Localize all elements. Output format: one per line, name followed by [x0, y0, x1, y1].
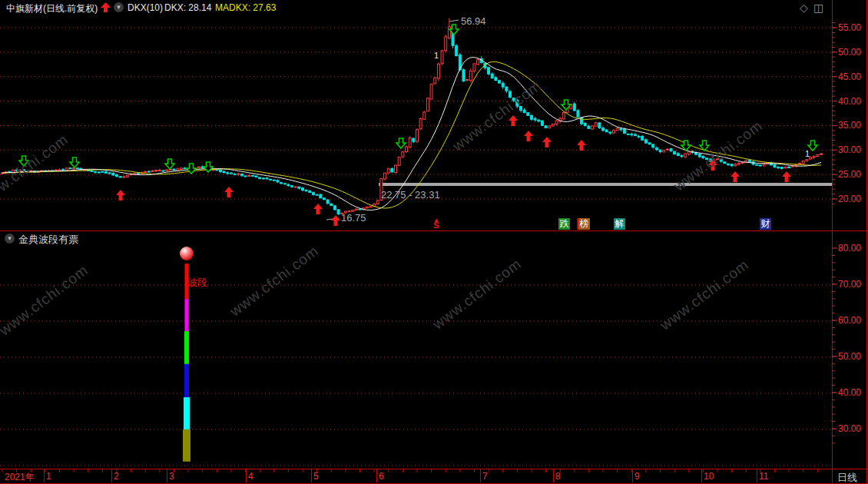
- event-badge[interactable]: 跌: [558, 218, 570, 230]
- period-label[interactable]: 日线: [837, 471, 857, 484]
- sell-arrow-icon: [204, 162, 213, 172]
- sell-arrow-icon: [70, 157, 79, 167]
- buy-arrow-icon: [577, 140, 586, 151]
- month-label[interactable]: 1: [46, 471, 51, 482]
- dkx-value: DKX: 28.14: [164, 2, 211, 13]
- band-segment: [185, 299, 189, 331]
- main-y-axis-label: 50.00: [838, 47, 861, 58]
- buy-arrow-icon: [782, 171, 791, 182]
- sub-y-axis-label: 30.00: [838, 423, 861, 434]
- chevron-down-icon[interactable]: ▾: [114, 2, 124, 12]
- buy-arrow-icon: [331, 215, 340, 226]
- event-badge[interactable]: 榜: [577, 218, 590, 230]
- madkx-value: MADKX: 27.63: [215, 2, 276, 13]
- month-label[interactable]: 9: [634, 471, 640, 482]
- month-label[interactable]: 6: [379, 471, 384, 482]
- diamond-icon[interactable]: ◇: [800, 2, 808, 14]
- stock-app-window: 中旗新材(日线.前复权) ▾ DKX(10) DKX: 28.14 MADKX:…: [0, 0, 868, 484]
- subchart-title[interactable]: 金典波段有票: [18, 233, 78, 247]
- month-label[interactable]: 2: [114, 471, 119, 482]
- s-signal-marker: ▲ S: [432, 217, 441, 228]
- band-segment: [184, 397, 190, 429]
- month-label[interactable]: 3: [169, 471, 174, 482]
- main-y-axis-label: 20.00: [838, 194, 861, 204]
- sub-y-axis-label: 70.00: [838, 279, 861, 290]
- month-label[interactable]: 4: [248, 471, 253, 482]
- month-label[interactable]: 8: [555, 471, 561, 482]
- month-label[interactable]: 10: [704, 471, 714, 482]
- sub-y-axis-label: 80.00: [838, 243, 861, 254]
- buy-arrow-icon: [524, 131, 533, 141]
- main-y-axis-label: 35.00: [838, 120, 861, 131]
- band-segment: [184, 331, 189, 364]
- event-badge[interactable]: 财: [760, 218, 771, 230]
- sell-arrow-icon: [165, 159, 174, 169]
- year-label: 2021年: [5, 471, 35, 484]
- sub-y-axis-label: 50.00: [838, 351, 861, 362]
- buy-arrow-icon: [542, 137, 552, 148]
- band-label: 波段: [187, 276, 207, 290]
- event-badge[interactable]: 解: [614, 218, 625, 230]
- split-window-icon[interactable]: ◫: [813, 2, 823, 14]
- month-label[interactable]: 5: [313, 471, 319, 482]
- main-y-axis-label: 45.00: [838, 71, 861, 82]
- band-segment: [183, 429, 190, 462]
- month-label[interactable]: 11: [759, 471, 768, 482]
- buy-arrow-icon: [731, 171, 740, 182]
- sell-arrow-icon: [187, 164, 196, 174]
- up-arrow-icon: [101, 2, 111, 12]
- subchart-chevron-down-icon[interactable]: ▾: [5, 234, 15, 244]
- peak-price-label: 56.94: [461, 15, 486, 27]
- gap-range-label: 22.75 - 23.31: [381, 189, 440, 201]
- buy-arrow-icon: [313, 204, 323, 214]
- band-segment: [184, 364, 189, 397]
- chart-canvas[interactable]: [0, 0, 868, 484]
- main-y-axis-label: 30.00: [838, 144, 861, 155]
- buy-arrow-icon: [116, 190, 125, 201]
- main-y-axis-label: 25.00: [838, 169, 861, 180]
- sub-y-axis-label: 40.00: [838, 387, 861, 398]
- main-y-axis-label: 55.00: [838, 22, 861, 33]
- low-price-label: 16.75: [341, 212, 366, 224]
- sell-arrow-icon: [396, 138, 406, 148]
- indicator-name[interactable]: DKX(10): [128, 2, 163, 13]
- main-y-axis-label: 40.00: [838, 96, 861, 107]
- signal-ball-icon: [180, 247, 194, 260]
- month-label[interactable]: 7: [482, 471, 488, 482]
- buy-arrow-icon: [224, 187, 234, 197]
- stock-title: 中旗新材(日线.前复权): [6, 2, 98, 15]
- sub-y-axis-label: 60.00: [838, 315, 861, 326]
- count-mark: 1: [434, 51, 439, 60]
- count-mark: 1: [805, 149, 810, 158]
